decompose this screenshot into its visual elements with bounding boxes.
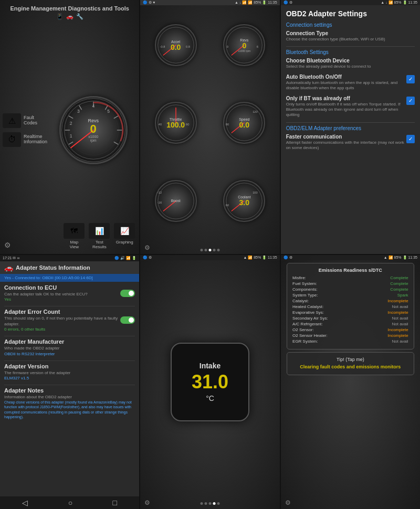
faster-comm-text: Faster communication Attempt faster comm…	[286, 134, 406, 151]
graphing-item[interactable]: 📈 Graphing	[114, 223, 135, 249]
panel6-gear[interactable]: ⚙	[285, 499, 291, 506]
panel5-dot-2	[204, 502, 207, 505]
panel5-gear[interactable]: ⚙	[144, 499, 150, 506]
faster-comm-checkbox[interactable]: ✓	[406, 135, 415, 143]
svg-text:60: 60	[186, 123, 189, 126]
intake-label: Intake	[200, 362, 220, 370]
fault-codes-item[interactable]: ⚠ FaultCodes	[3, 113, 47, 128]
svg-text:1: 1	[69, 133, 72, 139]
svg-text:0.8: 0.8	[186, 45, 190, 48]
auto-bt-checkbox[interactable]: ✓	[406, 75, 415, 83]
fuel-system-status: Complete	[390, 281, 408, 286]
panel5-dot-4	[213, 502, 215, 505]
error-count-desc: This should stay on 0, if not then you p…	[4, 316, 120, 327]
heated-catalyst-row: Heated Catalyst: Not avail	[292, 304, 408, 309]
test-results-label: TestResults	[92, 240, 107, 249]
bt-already-off-row: Only if BT was already off Only turns on…	[286, 96, 415, 118]
o2-sensor-heater-status: Incomplete	[387, 333, 408, 338]
auto-bt-desc: Automatically turn bluetooth on when the…	[286, 80, 406, 91]
svg-text:-16: -16	[158, 201, 162, 204]
choose-bt-item[interactable]: Choose Bluetooth Device Select the alrea…	[286, 58, 415, 69]
secondary-air-name: Secondary Air Sys:	[292, 316, 328, 321]
graphing-icon-box: 📈	[114, 223, 135, 239]
connection-ecu-toggle[interactable]	[120, 290, 135, 297]
back-button[interactable]: ◁	[22, 499, 28, 507]
map-view-item[interactable]: 🗺 MapView	[64, 223, 85, 249]
panel4-time: 17:21 ✉ ∞	[3, 256, 19, 260]
menu-button[interactable]: □	[113, 499, 117, 507]
test-results-icon: 📊	[95, 227, 104, 235]
components-row: Components: Complete	[292, 287, 408, 292]
revs-value: 0	[88, 123, 99, 135]
throttle-gauge: 40 60 Throttle 100.0	[155, 102, 197, 144]
realtime-item[interactable]: ⏱ RealtimeInformation	[3, 132, 47, 147]
faster-comm-item[interactable]: Faster communication Attempt faster comm…	[286, 134, 415, 151]
panel6-left: 🔵 ⚙	[284, 256, 292, 260]
map-icon: 🗺	[70, 227, 78, 235]
panel-emissions: 🔵 ⚙ ▲ 📶 85% 🔋 11:35 Emissions Readiness …	[281, 255, 420, 509]
version-section: Adapter Version The firmware version of …	[4, 363, 135, 380]
catalyst-status: Incomplete	[387, 299, 408, 303]
coolant-inner: Coolant 3.0	[238, 195, 250, 206]
o2-sensor-heater-row: O2 Sensor Heater: Incomplete	[292, 333, 408, 338]
fuel-system-row: Fuel System: Complete	[292, 281, 408, 286]
panel5-dot-3	[208, 502, 211, 505]
error-count-toggle[interactable]	[120, 316, 135, 324]
divider-adapter-3	[4, 360, 135, 361]
bt-already-off-item[interactable]: Only if BT was already off Only turns on…	[286, 96, 415, 118]
system-type-row: System Type: Spark	[292, 293, 408, 298]
tip-title: Tip! (Tap me)	[292, 357, 408, 362]
bt-already-off-checkbox[interactable]: ✓	[406, 97, 415, 105]
adapter-icon: 🚗	[4, 263, 13, 272]
adapter-title-text: Adapter Status Information	[16, 264, 90, 271]
car-icon: 🚗	[66, 13, 74, 20]
gear-bottom-icon[interactable]: ⚙	[4, 240, 11, 250]
speed-gauge: 80 120 Speed 0.0	[223, 102, 265, 144]
main-grid: Engine Management Diagnostics and Tools …	[0, 0, 420, 509]
panel-gauges: 🔵 ⚙ ♥ ▲ ↓ 📶 📶 85% 🔋 11:35 -0.8 0.8 Accel…	[140, 0, 279, 254]
fuel-system-name: Fuel System:	[292, 281, 317, 286]
map-label: MapView	[70, 240, 79, 249]
tip-text: Clearing fault codes and emissions monit…	[292, 364, 408, 370]
ac-refrigerant-name: A/C Refrigerant:	[292, 322, 322, 326]
connection-ecu-section: Connection to ECU Can the adapter talk O…	[4, 284, 135, 302]
engine-bottom-row: ⚙ 🗺 MapView 📊 TestResults 📈	[0, 221, 139, 254]
secondary-air-status: Not avail	[392, 316, 408, 321]
panel6-content: Emissions Readiness s/DTC Misfire: Compl…	[281, 260, 420, 506]
auto-bt-item[interactable]: Auto Bluetooth On/Off Automatically turn…	[286, 74, 415, 91]
accel-gauge: -0.8 0.8 Accel 0.0	[155, 24, 197, 66]
o2-sensor-status: Incomplete	[387, 327, 408, 332]
error-count-row: Adapter Error Count This should stay on …	[4, 309, 135, 332]
panel4-right-icons: 🔵 🔊 📶 🔋	[114, 256, 136, 260]
components-status: Complete	[390, 287, 408, 292]
auto-bt-title: Auto Bluetooth On/Off	[286, 74, 406, 80]
test-results-item[interactable]: 📊 TestResults	[89, 223, 110, 249]
fault-codes-icon-box: ⚠	[3, 113, 21, 128]
version-title: Adapter Version	[4, 363, 135, 369]
tip-card[interactable]: Tip! (Tap me) Clearing fault codes and e…	[287, 352, 414, 375]
bt-already-off-desc: Only turns on/off Bluetooth if it was of…	[286, 102, 406, 118]
vol-icon: 🔊	[120, 256, 125, 260]
error-count-value: 0 errors, 0 other faults	[4, 327, 120, 332]
home-button[interactable]: ○	[68, 499, 72, 507]
connection-type-item[interactable]: Connection Type Choose the connection ty…	[286, 30, 415, 42]
graphing-icon: 📈	[120, 227, 129, 235]
gauge-icon: ⏱	[8, 135, 16, 144]
choose-bt-title: Choose Bluetooth Device	[286, 58, 415, 63]
manufacturer-desc: Who made the OBD2 adapter	[4, 346, 135, 351]
o2-sensor-row: O2 Sensor: Incomplete	[292, 327, 408, 332]
phone-icon: 📱	[56, 13, 64, 20]
version-value: ELM327 v1.5	[4, 376, 135, 380]
connection-banner: Yes - Connected to: OBDII [00:1D:A5:00:1…	[0, 274, 139, 282]
error-count-title: Adapter Error Count	[4, 309, 120, 315]
dot-3	[208, 249, 211, 251]
coolant-gauge: 60 100 Coolant 3.0	[223, 180, 265, 222]
panel2-gear-icon[interactable]: ⚙	[144, 244, 150, 251]
svg-text:-12: -12	[158, 191, 162, 194]
panel2-status-right: ▲ ↓ 📶 📶 85% 🔋 11:35	[235, 1, 277, 5]
panel5-statusbar: 🔵 ⚙ ▲ 📶 85% 🔋 11:35	[140, 255, 279, 260]
misfire-row: Misfire: Complete	[292, 275, 408, 280]
panel4-statusbar: 17:21 ✉ ∞ 🔵 🔊 📶 🔋	[0, 255, 139, 261]
divider-adapter-1	[4, 306, 135, 306]
revs-sublabel: x1000	[88, 135, 99, 139]
